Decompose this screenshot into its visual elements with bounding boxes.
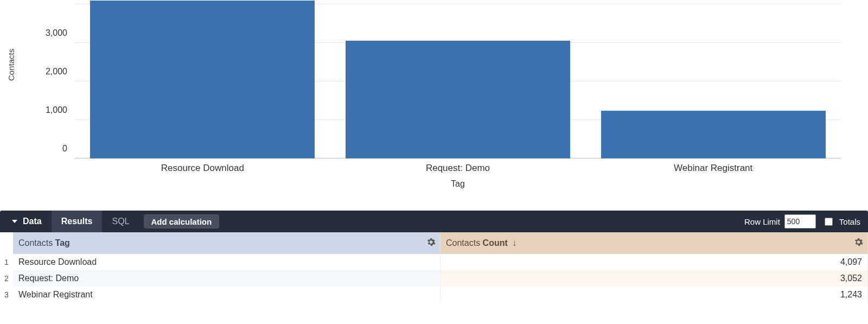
x-axis-label: Tag bbox=[75, 179, 841, 189]
row-limit-input[interactable] bbox=[784, 214, 816, 228]
gear-icon[interactable] bbox=[426, 238, 436, 249]
gear-icon[interactable] bbox=[854, 238, 863, 249]
row-number: 3 bbox=[0, 287, 13, 303]
totals-label: Totals bbox=[839, 217, 860, 226]
row-number: 1 bbox=[0, 254, 13, 270]
bars bbox=[75, 4, 841, 158]
results-table: Contacts Tag Contacts Count ↓ 1Resource … bbox=[0, 232, 868, 303]
bar[interactable] bbox=[90, 1, 315, 158]
table-header: Contacts Tag Contacts Count ↓ bbox=[0, 232, 868, 254]
y-tick-label: 1,000 bbox=[46, 105, 67, 115]
data-section-toggle[interactable]: Data bbox=[0, 211, 52, 232]
tab-sql[interactable]: SQL bbox=[102, 211, 139, 232]
totals-checkbox[interactable] bbox=[825, 218, 833, 226]
add-calculation-button[interactable]: Add calculation bbox=[144, 214, 220, 228]
chart: Contacts 01,0002,0003,0004,000 Resource … bbox=[0, 0, 868, 195]
y-axis-label: Contacts bbox=[7, 49, 16, 81]
data-label: Data bbox=[23, 217, 42, 226]
cell-count: 4,097 bbox=[441, 254, 868, 270]
cell-tag: Request: Demo bbox=[13, 270, 441, 287]
row-limit-label: Row Limit bbox=[744, 217, 780, 226]
bar[interactable] bbox=[601, 111, 826, 158]
cell-tag: Webinar Registrant bbox=[13, 287, 441, 303]
y-tick-label: 3,000 bbox=[46, 28, 67, 38]
cell-count: 1,243 bbox=[441, 287, 868, 303]
cell-count: 3,052 bbox=[441, 270, 868, 287]
category-labels: Resource DownloadRequest: DemoWebinar Re… bbox=[75, 163, 841, 174]
sort-desc-icon: ↓ bbox=[512, 238, 516, 247]
category-label: Webinar Registrant bbox=[585, 163, 841, 174]
table-row[interactable]: 1Resource Download4,097 bbox=[0, 254, 868, 270]
y-tick-label: 2,000 bbox=[46, 67, 67, 77]
column-header-tag[interactable]: Contacts Tag bbox=[13, 232, 441, 254]
caret-down-icon bbox=[12, 220, 17, 223]
plot-area[interactable]: 01,0002,0003,0004,000 bbox=[75, 4, 841, 158]
tab-results[interactable]: Results bbox=[52, 211, 103, 232]
row-number: 2 bbox=[0, 270, 13, 287]
table-row[interactable]: 2Request: Demo3,052 bbox=[0, 270, 868, 287]
category-label: Resource Download bbox=[75, 163, 330, 174]
category-label: Request: Demo bbox=[330, 163, 586, 174]
table-row[interactable]: 3Webinar Registrant1,243 bbox=[0, 287, 868, 303]
y-tick-label: 0 bbox=[62, 144, 67, 154]
bar[interactable] bbox=[346, 41, 570, 158]
data-toolbar: Data Results SQL Add calculation Row Lim… bbox=[0, 211, 868, 232]
column-header-count[interactable]: Contacts Count ↓ bbox=[441, 232, 868, 254]
cell-tag: Resource Download bbox=[13, 254, 441, 270]
